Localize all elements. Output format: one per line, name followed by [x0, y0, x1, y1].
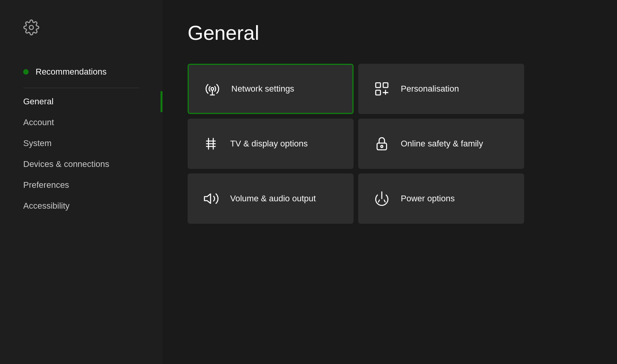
sidebar-item-system[interactable]: System — [0, 133, 162, 154]
sidebar-nav: General Account System Devices & connect… — [0, 91, 162, 216]
sidebar-item-accessibility[interactable]: Accessibility — [0, 196, 162, 216]
online-safety-icon — [372, 136, 391, 152]
svg-rect-4 — [376, 83, 380, 87]
page-title: General — [188, 21, 592, 44]
svg-rect-15 — [377, 143, 387, 150]
recommendations-label: Recommendations — [36, 67, 106, 77]
sidebar-item-devices[interactable]: Devices & connections — [0, 154, 162, 175]
svg-rect-6 — [376, 90, 380, 95]
volume-audio-label: Volume & audio output — [230, 194, 316, 204]
svg-point-0 — [29, 26, 34, 30]
svg-rect-5 — [383, 83, 388, 87]
network-settings-icon — [203, 81, 222, 97]
power-options-label: Power options — [401, 194, 455, 204]
sidebar: Recommendations General Account System D… — [0, 0, 162, 364]
online-safety-label: Online safety & family — [401, 139, 483, 149]
svg-marker-17 — [205, 194, 211, 204]
settings-grid: Network settings Personalisation — [188, 64, 524, 224]
sidebar-item-account[interactable]: Account — [0, 112, 162, 133]
personalisation-tile[interactable]: Personalisation — [358, 64, 524, 114]
network-settings-tile[interactable]: Network settings — [188, 64, 354, 114]
personalisation-label: Personalisation — [401, 84, 459, 94]
network-settings-label: Network settings — [231, 84, 294, 94]
recommendations-item[interactable]: Recommendations — [0, 62, 162, 82]
online-indicator — [23, 69, 29, 75]
tv-display-tile[interactable]: TV & display options — [188, 119, 354, 169]
tv-display-icon — [202, 136, 221, 152]
sidebar-item-preferences[interactable]: Preferences — [0, 175, 162, 196]
volume-audio-icon — [202, 191, 221, 207]
volume-audio-tile[interactable]: Volume & audio output — [188, 173, 354, 224]
main-content: General Network settings — [162, 0, 617, 364]
tv-display-label: TV & display options — [230, 139, 308, 149]
power-options-tile[interactable]: Power options — [358, 173, 524, 224]
power-options-icon — [372, 191, 391, 207]
settings-icon — [23, 19, 162, 39]
personalisation-icon — [372, 81, 391, 97]
svg-point-16 — [381, 145, 383, 147]
online-safety-tile[interactable]: Online safety & family — [358, 119, 524, 169]
sidebar-divider — [23, 88, 139, 88]
sidebar-item-general[interactable]: General — [0, 91, 162, 112]
